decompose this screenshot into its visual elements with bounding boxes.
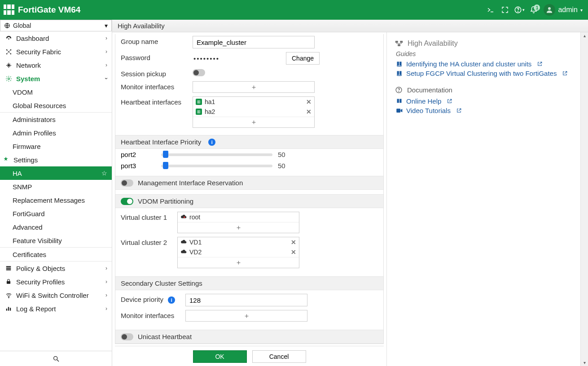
nav-system-advanced[interactable]: Advanced [0, 220, 112, 234]
chevron-down-icon: ▾ [105, 22, 108, 29]
notifications-badge: 1 [534, 4, 540, 11]
nav-system-firmware[interactable]: Firmware [0, 139, 112, 153]
add-vdom-vc1[interactable]: ＋ [178, 222, 299, 233]
user-menu[interactable]: admin ▾ [541, 4, 584, 16]
unicast-heartbeat-toggle[interactable] [121, 333, 133, 340]
nav-system-settings[interactable]: Settings [0, 153, 112, 166]
nav-system-replacement-messages[interactable]: Replacement Messages [0, 193, 112, 207]
unicast-heartbeat-section: Unicast Heartbeat [115, 330, 383, 344]
interface-icon: ⊞ [196, 109, 202, 115]
info-icon[interactable]: i [208, 139, 215, 146]
secondary-monitor-interfaces-box[interactable]: ＋ [185, 310, 307, 322]
ok-button[interactable]: OK [193, 350, 247, 363]
sidebar-search[interactable] [0, 351, 112, 366]
nav-system[interactable]: System› [0, 72, 112, 85]
heartbeat-interface-row[interactable]: ⊞ha2✕ [193, 107, 314, 117]
scrollbar[interactable]: ▴ ▾ [580, 32, 588, 366]
nav-system-global-resources[interactable]: Global Resources [0, 99, 112, 112]
svg-marker-30 [401, 109, 403, 113]
fabric-icon [4, 48, 13, 56]
cancel-button[interactable]: Cancel [252, 350, 306, 363]
chevron-right-icon: › [105, 279, 107, 285]
svg-point-23 [184, 216, 185, 218]
ha-form: Group name Password •••••••• Change Sess… [115, 34, 384, 344]
nav-system-administrators[interactable]: Administrators [0, 113, 112, 126]
nav-dashboard[interactable]: Dashboard› [0, 31, 112, 45]
secondary-cluster-section: Secondary Cluster Settings [115, 276, 383, 290]
vdom-partitioning-section: VDOM Partitioning [115, 194, 383, 208]
chevron-right-icon: › [105, 35, 107, 41]
ha-icon [395, 40, 403, 47]
book-icon [396, 98, 403, 105]
device-priority-label: Device priority [121, 296, 163, 303]
heartbeat-interfaces-label: Heartbeat interfaces [121, 96, 193, 106]
chevron-right-icon: › [105, 62, 107, 68]
nav-system-certificates[interactable]: Certificates [0, 248, 112, 261]
monitor-interfaces-label: Monitor interfaces [121, 81, 193, 91]
remove-icon[interactable]: ✕ [291, 248, 296, 256]
scroll-down-icon[interactable]: ▾ [581, 360, 588, 365]
nav-security-profiles[interactable]: Security Profiles› [0, 275, 112, 288]
nav-policy-objects[interactable]: Policy & Objects› [0, 261, 112, 275]
add-heartbeat-interface[interactable]: ＋ [193, 117, 314, 127]
virtual-cluster-1-box: root ＋ [177, 212, 299, 233]
mgmt-iface-res-section: Management Interface Reservation [115, 176, 383, 190]
info-icon[interactable]: i [168, 296, 175, 304]
add-monitor-interface[interactable]: ＋ [193, 82, 314, 92]
svg-point-10 [10, 53, 11, 54]
external-link-icon [537, 61, 543, 67]
nav-system-snmp[interactable]: SNMP [0, 180, 112, 193]
vdom-row[interactable]: VD1✕ [178, 237, 299, 247]
nav-system-feature-visibility[interactable]: Feature Visibility [0, 234, 112, 247]
guide-link[interactable]: Setup FGCP Virtual Clustering with two F… [395, 69, 572, 78]
nav-wifi-switch[interactable]: WiFi & Switch Controller› [0, 288, 112, 302]
video-icon [396, 108, 403, 113]
chart-icon [4, 305, 13, 313]
svg-rect-14 [6, 268, 11, 269]
hb-priority-slider[interactable] [161, 153, 272, 156]
nav-system-ha[interactable]: HA☆ [0, 166, 112, 180]
nav-security-fabric[interactable]: Security Fabric› [0, 45, 112, 58]
device-priority-input[interactable] [185, 294, 307, 306]
hb-priority-row: port3 50 [115, 160, 383, 171]
svg-point-28 [399, 92, 399, 92]
user-name: admin [558, 6, 578, 14]
group-name-input[interactable] [193, 36, 315, 48]
vdom-row[interactable]: VD2✕ [178, 247, 299, 257]
add-secondary-monitor-interface[interactable]: ＋ [186, 310, 307, 321]
remove-icon[interactable]: ✕ [306, 108, 312, 115]
new-badge-icon [3, 156, 10, 163]
notifications-icon[interactable]: 1 [527, 3, 541, 17]
remove-icon[interactable]: ✕ [306, 98, 312, 105]
heartbeat-interfaces-box: ⊞ha1✕ ⊞ha2✕ ＋ [193, 96, 315, 128]
mgmt-iface-res-toggle[interactable] [121, 179, 133, 187]
vdom-partitioning-toggle[interactable] [121, 198, 133, 205]
fullscreen-icon[interactable] [498, 3, 512, 17]
vdom-icon [180, 239, 187, 246]
svg-rect-16 [7, 281, 10, 284]
vdom-selector[interactable]: Global ▾ [0, 20, 112, 31]
star-icon[interactable]: ☆ [101, 170, 107, 177]
nav-log-report[interactable]: Log & Report› [0, 302, 112, 315]
nav-network[interactable]: Network› [0, 58, 112, 72]
monitor-interfaces-box[interactable]: ＋ [193, 81, 315, 93]
doc-link-online-help[interactable]: Online Help [395, 96, 572, 106]
nav-system-admin-profiles[interactable]: Admin Profiles [0, 126, 112, 139]
hb-priority-slider[interactable] [161, 165, 272, 167]
avatar-icon [544, 4, 555, 16]
vdom-row[interactable]: root [178, 212, 299, 222]
add-vdom-vc2[interactable]: ＋ [178, 257, 299, 268]
heartbeat-interface-row[interactable]: ⊞ha1✕ [193, 97, 314, 107]
doc-link-video-tutorials[interactable]: Video Tutorials [395, 106, 572, 115]
cli-icon[interactable] [483, 3, 498, 17]
nav-system-vdom[interactable]: VDOM [0, 85, 112, 99]
session-pickup-toggle[interactable] [193, 69, 205, 76]
remove-icon[interactable]: ✕ [291, 239, 296, 246]
nav: Dashboard› Security Fabric› Network› Sys… [0, 31, 112, 351]
fortinet-logo-icon [4, 4, 14, 15]
nav-system-fortiguard[interactable]: FortiGuard [0, 207, 112, 220]
help-icon[interactable]: ▾ [512, 3, 527, 17]
guide-link[interactable]: Identifying the HA cluster and cluster u… [395, 59, 572, 69]
change-password-button[interactable]: Change [286, 52, 320, 65]
scroll-up-icon[interactable]: ▴ [581, 33, 588, 38]
